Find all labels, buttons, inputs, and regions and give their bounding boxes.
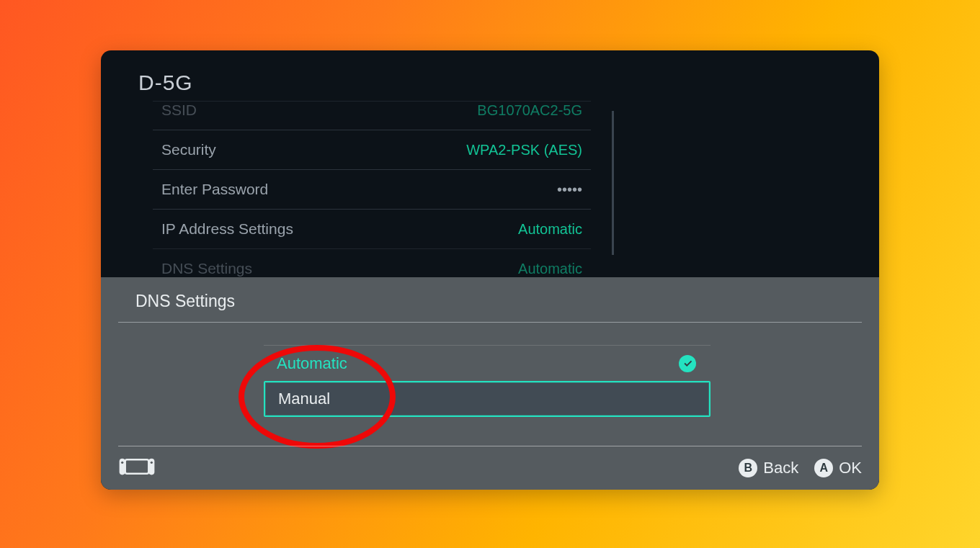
- setting-label: Security: [161, 141, 216, 158]
- network-settings-list: SSID BG1070AC2-5G Security WPA2-PSK (AES…: [101, 101, 879, 293]
- back-button[interactable]: B Back: [739, 459, 798, 477]
- dns-settings-modal: DNS Settings Automatic Manual: [101, 277, 879, 490]
- option-list: Automatic Manual: [264, 345, 710, 417]
- setting-value: Automatic: [518, 261, 582, 277]
- modal-title: DNS Settings: [135, 292, 235, 311]
- footer-bar: B Back A OK: [118, 446, 862, 490]
- setting-label: IP Address Settings: [161, 220, 293, 238]
- ok-label: OK: [839, 459, 862, 477]
- setting-value: BG1070AC2-5G: [477, 102, 582, 119]
- setting-value: •••••: [557, 181, 582, 198]
- ok-button[interactable]: A OK: [814, 459, 862, 477]
- setting-row-security[interactable]: Security WPA2-PSK (AES): [153, 130, 591, 169]
- svg-rect-2: [120, 459, 125, 475]
- scrollbar[interactable]: [612, 111, 614, 255]
- divider: [118, 322, 862, 323]
- setting-value: WPA2-PSK (AES): [466, 142, 582, 158]
- setting-label: SSID: [161, 102, 197, 119]
- option-label: Manual: [278, 390, 330, 408]
- background-gradient: D-5G SSID BG1070AC2-5G Security WPA2-PSK…: [0, 0, 980, 548]
- setting-label: DNS Settings: [161, 260, 252, 277]
- controller-icon: [118, 456, 156, 480]
- option-label: Automatic: [277, 354, 347, 373]
- page-title: D-5G: [101, 50, 879, 101]
- svg-point-4: [121, 462, 123, 464]
- check-icon: [679, 355, 696, 372]
- settings-window: D-5G SSID BG1070AC2-5G Security WPA2-PSK…: [101, 50, 879, 490]
- svg-rect-3: [148, 459, 154, 475]
- svg-rect-1: [125, 459, 149, 474]
- setting-row-ssid[interactable]: SSID BG1070AC2-5G: [153, 101, 591, 130]
- a-button-icon: A: [814, 459, 833, 477]
- b-button-icon: B: [739, 459, 757, 477]
- option-automatic[interactable]: Automatic: [264, 345, 710, 381]
- setting-row-password[interactable]: Enter Password •••••: [153, 169, 591, 209]
- footer-actions: B Back A OK: [739, 459, 862, 477]
- back-label: Back: [763, 459, 798, 477]
- option-manual[interactable]: Manual: [264, 381, 710, 417]
- setting-value: Automatic: [518, 221, 582, 238]
- svg-point-5: [151, 462, 153, 464]
- setting-row-ip-address[interactable]: IP Address Settings Automatic: [153, 209, 591, 248]
- setting-label: Enter Password: [161, 181, 268, 198]
